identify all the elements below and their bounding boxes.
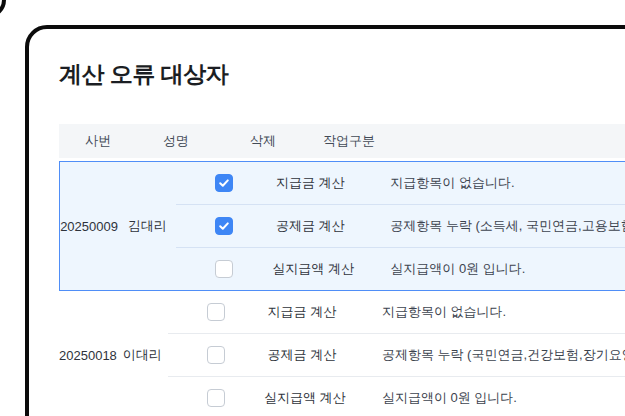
error-message-cell: 실지급액이 0원 입니다. bbox=[348, 260, 625, 278]
employee-group-row[interactable]: 20250018 이대리 지급금 계산 지급항목이 없습니다. 공제금 계산 공… bbox=[59, 291, 625, 416]
task-type-cell: 공제금 계산 bbox=[264, 346, 340, 364]
dialog-title: 계산 오류 대상자 bbox=[59, 59, 625, 90]
offscreen-window-corner bbox=[0, 0, 6, 18]
delete-cell bbox=[168, 346, 264, 364]
delete-cell bbox=[176, 217, 272, 235]
name-cell: 이대리 bbox=[117, 291, 168, 416]
header-emp-no: 사번 bbox=[59, 132, 137, 150]
header-name: 성명 bbox=[137, 132, 215, 150]
delete-cell bbox=[176, 174, 272, 192]
emp-no-cell: 20250018 bbox=[59, 291, 117, 416]
calculation-error-dialog: 계산 오류 대상자 사번 성명 삭제 작업구분 20250009 김대리 지급금… bbox=[25, 25, 625, 416]
header-delete: 삭제 bbox=[215, 132, 311, 150]
task-subrows: 지급금 계산 지급항목이 없습니다. 공제금 계산 공제항목 누락 (국민연금,… bbox=[168, 291, 625, 416]
table-header-row: 사번 성명 삭제 작업구분 bbox=[59, 124, 625, 158]
delete-checkbox[interactable] bbox=[215, 217, 233, 235]
delete-checkbox[interactable] bbox=[215, 174, 233, 192]
employee-group-row[interactable]: 20250009 김대리 지급금 계산 지급항목이 없습니다. 공제금 계산 공… bbox=[59, 161, 625, 291]
error-message-cell: 지급항목이 없습니다. bbox=[348, 174, 625, 192]
name-cell: 김대리 bbox=[118, 162, 176, 290]
delete-checkbox[interactable] bbox=[215, 260, 233, 278]
table-body: 20250009 김대리 지급금 계산 지급항목이 없습니다. 공제금 계산 공… bbox=[59, 161, 625, 416]
error-message-cell: 공제항목 누락 (국민연금,건강보험,장기요양) bbox=[340, 346, 625, 364]
task-type-cell: 공제금 계산 bbox=[272, 217, 348, 235]
delete-checkbox[interactable] bbox=[207, 389, 225, 407]
delete-cell bbox=[176, 260, 272, 278]
task-type-cell: 지급금 계산 bbox=[272, 174, 348, 192]
delete-checkbox[interactable] bbox=[207, 346, 225, 364]
error-message-cell: 실지급액이 0원 입니다. bbox=[340, 389, 625, 407]
delete-checkbox[interactable] bbox=[207, 303, 225, 321]
task-row[interactable]: 실지급액 계산 실지급액이 0원 입니다. bbox=[176, 247, 625, 290]
task-subrows: 지급금 계산 지급항목이 없습니다. 공제금 계산 공제항목 누락 (소득세, … bbox=[176, 162, 625, 290]
task-row[interactable]: 공제금 계산 공제항목 누락 (소득세, 국민연금,고용보험) bbox=[176, 204, 625, 247]
task-type-cell: 지급금 계산 bbox=[264, 303, 340, 321]
delete-cell bbox=[168, 389, 264, 407]
header-task-type: 작업구분 bbox=[311, 132, 387, 150]
checkmark-icon bbox=[218, 177, 230, 189]
error-message-cell: 지급항목이 없습니다. bbox=[340, 303, 625, 321]
delete-cell bbox=[168, 303, 264, 321]
task-type-cell: 실지급액 계산 bbox=[264, 389, 340, 407]
task-row[interactable]: 공제금 계산 공제항목 누락 (국민연금,건강보험,장기요양) bbox=[168, 333, 625, 376]
task-row[interactable]: 지급금 계산 지급항목이 없습니다. bbox=[168, 291, 625, 333]
task-row[interactable]: 지급금 계산 지급항목이 없습니다. bbox=[176, 162, 625, 204]
checkmark-icon bbox=[218, 220, 230, 232]
task-row[interactable]: 실지급액 계산 실지급액이 0원 입니다. bbox=[168, 376, 625, 416]
error-message-cell: 공제항목 누락 (소득세, 국민연금,고용보험) bbox=[348, 217, 625, 235]
task-type-cell: 실지급액 계산 bbox=[272, 260, 348, 278]
error-table: 사번 성명 삭제 작업구분 20250009 김대리 지급금 계산 지급항목이 … bbox=[59, 124, 625, 416]
emp-no-cell: 20250009 bbox=[60, 162, 118, 290]
